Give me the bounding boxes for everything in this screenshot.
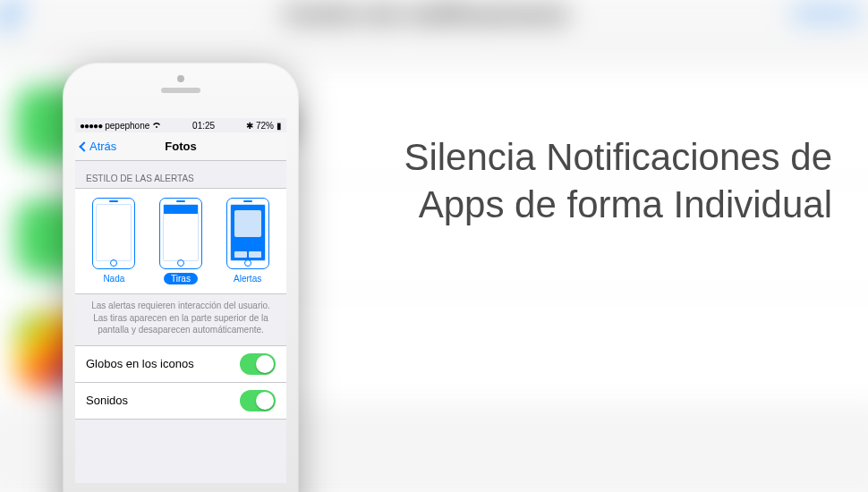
toggle-badge-icons[interactable]: Globos en los iconos — [75, 345, 286, 382]
mini-phone-icon-banner — [159, 198, 202, 269]
alert-style-alerts[interactable]: Alertas — [226, 198, 269, 284]
switch-on-icon[interactable] — [240, 353, 276, 375]
signal-dots-icon: ●●●●● — [80, 121, 102, 131]
headline-text: Silencia Notificaciones de Apps de forma… — [331, 134, 832, 228]
mini-phone-icon-alert — [226, 198, 269, 269]
alert-style-banners[interactable]: Tiras — [159, 198, 202, 284]
bg-back-chevron — [0, 0, 29, 29]
back-button[interactable]: Atrás — [81, 140, 116, 153]
bluetooth-icon: ✱ — [246, 121, 253, 131]
toggle-sounds[interactable]: Sonidos — [75, 382, 286, 420]
switch-on-icon[interactable] — [240, 390, 276, 411]
toggle-label: Globos en los iconos — [86, 357, 194, 370]
phone-camera-dot — [177, 75, 184, 82]
bg-header-title: Centro de notificaciones — [59, 0, 794, 29]
status-time: 01:25 — [192, 121, 215, 131]
carrier-label: pepephone — [105, 121, 149, 131]
chevron-left-icon — [79, 141, 89, 151]
battery-percent: 72% — [256, 121, 274, 131]
mini-phone-icon-none — [92, 198, 135, 269]
alert-style-selector: Nada Tiras Alertas — [75, 188, 286, 294]
status-bar: ●●●●● pepephone 01:25 ✱ 72% ▮ — [75, 118, 286, 132]
section-header-alert-style: ESTILO DE LAS ALERTAS — [75, 161, 286, 188]
alert-style-label: Nada — [96, 273, 132, 284]
alert-style-none[interactable]: Nada — [92, 198, 135, 284]
nav-bar: Atrás Fotos — [75, 132, 286, 161]
wifi-icon — [152, 121, 161, 131]
alert-style-footer: Las alertas requieren interacción del us… — [75, 294, 286, 345]
battery-icon: ▮ — [277, 121, 282, 131]
phone-screen: ●●●●● pepephone 01:25 ✱ 72% ▮ Atrás Foto… — [75, 118, 286, 483]
phone-speaker — [161, 88, 200, 93]
iphone-mockup: ●●●●● pepephone 01:25 ✱ 72% ▮ Atrás Foto… — [63, 63, 299, 492]
alert-style-label: Tiras — [164, 273, 198, 284]
toggle-label: Sonidos — [86, 394, 128, 407]
alert-style-label: Alertas — [226, 273, 268, 284]
back-label: Atrás — [89, 140, 116, 153]
bg-edit-label: Edición — [794, 2, 862, 26]
